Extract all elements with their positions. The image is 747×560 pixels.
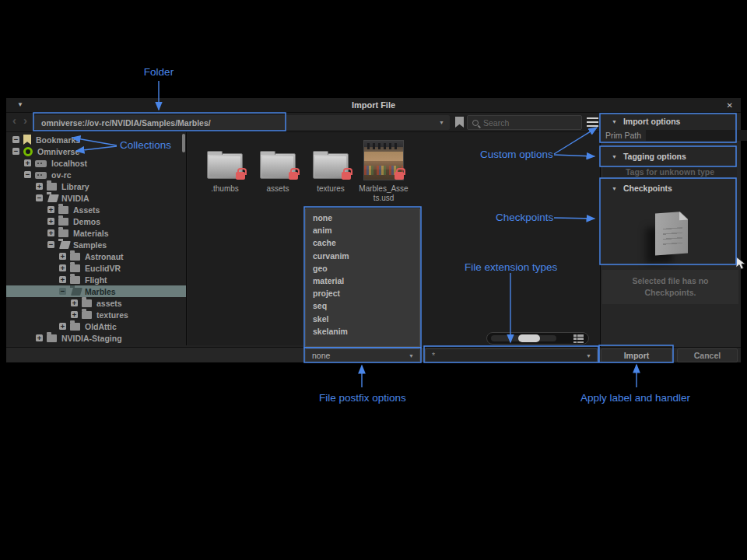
checkpoints-header[interactable]: ▼ Checkpoints [601, 181, 741, 195]
import-options-header[interactable]: ▼ Import options [601, 114, 741, 128]
file-item[interactable]: textures [304, 140, 357, 203]
tagging-options-header[interactable]: ▼ Tagging options [601, 149, 741, 163]
dropdown-option[interactable]: project [306, 287, 419, 299]
collapse-icon[interactable]: − [12, 136, 19, 143]
tree-item[interactable]: +EuclidVR [6, 262, 186, 274]
postfix-combobox[interactable]: none ▼ [305, 348, 420, 362]
dropdown-option[interactable]: cache [306, 236, 419, 249]
folder-tree: −Bookmarks−Omniverse+localhost−ov-rc+Lib… [6, 132, 187, 345]
tree-scrollbar[interactable] [182, 134, 185, 152]
menu-icon[interactable] [587, 117, 598, 127]
expand-icon[interactable]: + [24, 159, 31, 166]
folder-icon [205, 140, 245, 180]
folder-icon [70, 253, 80, 261]
search-input[interactable] [479, 118, 581, 128]
expand-icon[interactable]: + [47, 229, 54, 236]
collapse-icon[interactable]: − [59, 288, 66, 295]
collapse-icon[interactable]: − [24, 171, 31, 178]
cancel-button[interactable]: Cancel [677, 348, 738, 362]
extension-combobox[interactable]: * ▼ [425, 348, 598, 362]
window-menu-icon[interactable]: ▼ [17, 102, 23, 108]
dropdown-option[interactable]: material [306, 275, 419, 287]
back-icon[interactable]: ‹ [12, 114, 16, 127]
icon-size-slider[interactable] [486, 332, 589, 345]
folder-icon [310, 140, 351, 180]
folder-icon [70, 264, 80, 272]
folder-icon [47, 334, 57, 342]
tree-item[interactable]: −Marbles [6, 285, 186, 297]
expand-icon[interactable]: + [71, 311, 78, 318]
tree-item[interactable]: +assets [6, 297, 186, 309]
folder-icon [58, 218, 68, 226]
file-label: assets [267, 184, 289, 194]
search-box[interactable] [467, 115, 582, 130]
tree-item[interactable]: +localhost [6, 157, 186, 169]
bookmark-icon[interactable] [455, 117, 464, 128]
expand-icon[interactable]: + [36, 334, 43, 341]
tree-item-label: textures [96, 310, 128, 320]
tree-item-label: OldAttic [84, 322, 117, 331]
tree-item[interactable]: +Assets [6, 204, 186, 215]
tree-item-label: Assets [72, 205, 100, 215]
folder-icon [58, 206, 68, 214]
grid-view-icon[interactable] [573, 334, 584, 343]
lock-icon [395, 172, 404, 180]
dropdown-option[interactable]: anim [306, 224, 419, 236]
collapse-arrow-icon[interactable]: ▼ [612, 154, 617, 159]
tree-item[interactable]: −ov-rc [6, 169, 186, 180]
tree-item[interactable]: +Flight [6, 274, 186, 285]
collapse-arrow-icon[interactable]: ▼ [612, 119, 617, 124]
chevron-down-icon[interactable]: ▼ [586, 353, 597, 359]
file-item[interactable]: Marbles_Assets.usd [357, 140, 410, 203]
tree-item-label: Marbles [84, 287, 116, 296]
expand-icon[interactable]: + [59, 264, 66, 271]
path-dropdown-icon[interactable]: ▼ [439, 120, 444, 125]
dropdown-option[interactable]: skelanim [306, 325, 419, 338]
dialog-titlebar[interactable]: ▼ Import File ✕ [6, 98, 741, 113]
dropdown-option[interactable]: curvanim [306, 250, 419, 262]
expand-icon[interactable]: + [59, 276, 66, 283]
import-button[interactable]: Import [601, 348, 672, 362]
tree-item-label: Library [61, 182, 89, 191]
expand-icon[interactable]: + [47, 218, 54, 225]
tree-item-label: Omniverse [37, 147, 79, 156]
close-icon[interactable]: ✕ [727, 100, 733, 110]
lock-icon [236, 172, 245, 180]
tree-item[interactable]: −NVIDIA [6, 192, 186, 204]
collapse-icon[interactable]: − [12, 148, 19, 155]
collapse-icon[interactable]: − [36, 194, 43, 201]
tree-item[interactable]: +Library [6, 180, 186, 192]
prim-path-input[interactable] [646, 130, 747, 141]
tree-item[interactable]: +textures [6, 309, 186, 320]
collapse-icon[interactable]: − [47, 241, 54, 248]
tree-item-label: Samples [72, 240, 107, 250]
forward-icon[interactable]: › [23, 114, 27, 127]
screen: ▼ Import File ✕ ‹ › omniverse://ov-rc/NV… [0, 0, 747, 560]
file-item[interactable]: assets [251, 140, 304, 203]
path-field[interactable]: omniverse://ov-rc/NVIDIA/Samples/Marbles… [34, 115, 450, 130]
tree-item[interactable]: +NVIDIA-Staging [6, 332, 186, 344]
bookmark-icon [23, 135, 31, 145]
tree-item[interactable]: +Demos [6, 215, 186, 227]
expand-icon[interactable]: + [36, 183, 43, 190]
collapse-arrow-icon[interactable]: ▼ [612, 186, 617, 191]
tree-item[interactable]: +Astronaut [6, 250, 186, 262]
file-list: .thumbsassetstexturesMarbles_Assets.usd [198, 140, 410, 203]
expand-icon[interactable]: + [47, 206, 54, 213]
tree-item[interactable]: −Samples [6, 239, 186, 250]
chevron-down-icon[interactable]: ▼ [409, 353, 419, 359]
dropdown-option[interactable]: geo [306, 262, 419, 275]
tree-item-label: Demos [72, 217, 100, 226]
dropdown-option[interactable]: skel [306, 313, 419, 325]
annotation-folder: Folder [132, 66, 185, 78]
expand-icon[interactable]: + [59, 253, 66, 260]
expand-icon[interactable]: + [59, 323, 66, 330]
import-options-title: Import options [623, 117, 681, 126]
file-item[interactable]: .thumbs [198, 140, 251, 203]
tree-item[interactable]: +Materials [6, 227, 186, 239]
expand-icon[interactable]: + [71, 299, 78, 306]
dropdown-option[interactable]: none [306, 212, 419, 224]
tree-item[interactable]: +OldAttic [6, 320, 186, 332]
dropdown-option[interactable]: seq [306, 299, 419, 312]
slider-handle[interactable] [518, 334, 540, 342]
